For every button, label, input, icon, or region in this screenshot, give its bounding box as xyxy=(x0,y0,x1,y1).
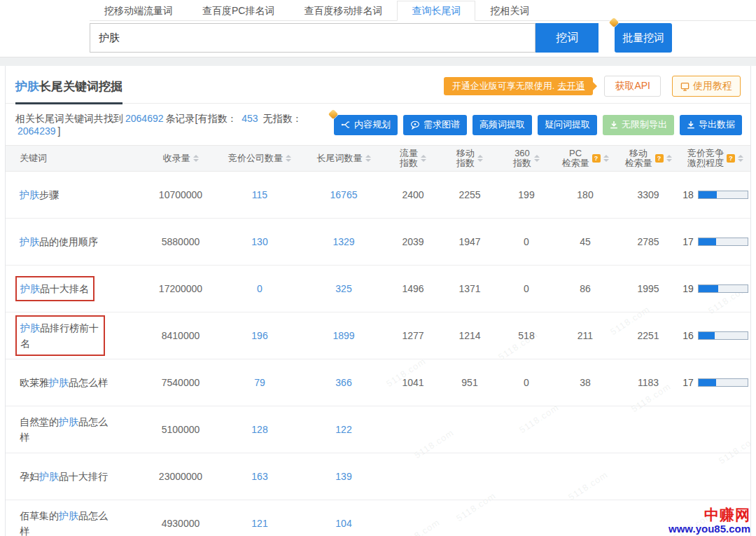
question-extract-button[interactable]: 疑问词提取 xyxy=(538,115,597,135)
site-watermark-url: www.you85.com xyxy=(668,523,750,535)
help-icon[interactable]: ? xyxy=(592,154,601,163)
vip-diamond-icon xyxy=(328,109,338,118)
longtail-count[interactable]: 16765 xyxy=(302,189,385,200)
promo-text: 开通企业版可享无限使用. xyxy=(452,81,555,91)
keyword-link[interactable]: 护肤 xyxy=(59,416,78,427)
col-keyword: 关键词 xyxy=(6,153,144,163)
flow-index: 1277 xyxy=(385,330,441,341)
top-tab-bar: 挖移动端流量词查百度PC排名词查百度移动排名词查询长尾词挖相关词 xyxy=(90,1,756,21)
top-tab[interactable]: 查询长尾词 xyxy=(397,1,475,21)
bid-company-count[interactable]: 115 xyxy=(217,189,302,200)
tutorial-label: 使用教程 xyxy=(693,80,732,92)
flow-index: 2400 xyxy=(385,189,441,200)
col-included: 收录量 xyxy=(144,153,217,163)
360-index: 199 xyxy=(498,189,554,200)
enterprise-promo-banner[interactable]: 开通企业版可享无限使用.去开通 xyxy=(444,77,594,95)
download-icon xyxy=(687,121,695,129)
keyword-table: 关键词 收录量 竞价公司数量 长尾词数量 流量指数 移动指数 360指数 PC检… xyxy=(6,145,750,536)
table-row: 自然堂的护肤品怎么样 5100000 128 122 xyxy=(6,406,750,453)
sort-icon[interactable] xyxy=(534,155,540,162)
mobile-index: 2255 xyxy=(441,189,498,200)
col-flow-index: 流量指数 xyxy=(385,149,441,168)
bid-company-count[interactable]: 130 xyxy=(217,236,302,247)
mobile-search-volume: 1183 xyxy=(616,377,680,388)
bid-company-count[interactable]: 0 xyxy=(217,283,302,294)
keyword-link[interactable]: 护肤 xyxy=(39,471,59,482)
360-index: 0 xyxy=(498,236,554,247)
longtail-count[interactable]: 104 xyxy=(302,518,385,529)
dig-words-button[interactable]: 挖词 xyxy=(536,23,598,53)
bid-company-count[interactable]: 196 xyxy=(217,330,302,341)
without-index-count: 2064239 xyxy=(18,125,56,137)
sort-icon[interactable] xyxy=(193,155,199,162)
pc-search-volume: 211 xyxy=(554,330,616,341)
included-count: 10700000 xyxy=(144,189,217,200)
col-pc-search: PC检索量 ? xyxy=(554,149,616,168)
batch-dig-label: 批量挖词 xyxy=(622,32,664,43)
col-mobile-index: 移动指数 xyxy=(441,149,498,168)
included-count: 17200000 xyxy=(144,283,217,294)
mobile-search-volume: 1995 xyxy=(616,283,680,294)
sort-icon[interactable] xyxy=(365,155,371,162)
bid-company-count[interactable]: 79 xyxy=(217,377,302,388)
keyword-link[interactable]: 护肤 xyxy=(49,377,69,388)
top-tab[interactable]: 查百度PC排名词 xyxy=(188,1,289,21)
promo-upgrade-link[interactable]: 去开通 xyxy=(557,81,584,91)
longtail-count[interactable]: 139 xyxy=(302,471,385,482)
table-row: 欧莱雅护肤品怎么样 7540000 79 366 1041 951 0 38 1… xyxy=(6,359,750,406)
export-data-button[interactable]: 导出数据 xyxy=(680,115,742,135)
keyword-cell: 佰草集的护肤品怎么样 xyxy=(6,508,144,536)
included-count: 7540000 xyxy=(144,377,217,388)
top-tab[interactable]: 查百度移动排名词 xyxy=(289,1,397,21)
result-summary: 相关长尾词关键词共找到2064692条记录[有指数： 453 无指数： 2064… xyxy=(15,113,328,137)
sort-icon[interactable] xyxy=(477,155,483,162)
flow-index: 2039 xyxy=(385,236,441,247)
keyword-search-input[interactable] xyxy=(90,23,536,53)
sort-icon[interactable] xyxy=(603,155,609,162)
bid-company-count[interactable]: 128 xyxy=(217,424,302,435)
keyword-link[interactable]: 护肤 xyxy=(20,283,40,294)
get-api-button[interactable]: 获取API xyxy=(604,76,661,97)
with-index-count: 453 xyxy=(241,113,258,124)
bid-company-count[interactable]: 121 xyxy=(217,518,302,529)
help-icon[interactable]: ? xyxy=(727,154,735,163)
keyword-cell: 孕妇护肤品十大排行 xyxy=(6,469,144,484)
keyword-link[interactable]: 护肤 xyxy=(20,189,39,200)
unlimited-export-button[interactable]: 无限制导出 xyxy=(603,115,674,135)
sort-icon[interactable] xyxy=(421,155,426,162)
batch-dig-button[interactable]: 批量挖词 xyxy=(615,23,672,53)
keyword-link[interactable]: 护肤 xyxy=(20,236,39,247)
keyword-cell: 护肤品排行榜前十名 xyxy=(6,321,144,350)
included-count: 8410000 xyxy=(144,330,217,341)
compete-cell: 16 xyxy=(680,330,750,341)
longtail-count[interactable]: 366 xyxy=(302,377,385,388)
included-count: 5100000 xyxy=(144,424,217,435)
mobile-search-volume: 2785 xyxy=(616,236,680,247)
compete-bar: 19 xyxy=(682,283,748,294)
keyword-link[interactable]: 护肤 xyxy=(59,510,78,521)
high-freq-extract-button[interactable]: 高频词提取 xyxy=(472,115,532,135)
demand-map-button[interactable]: 需求图谱 xyxy=(403,115,467,135)
bid-company-count[interactable]: 163 xyxy=(217,471,302,482)
mobile-index: 951 xyxy=(441,377,498,388)
longtail-count[interactable]: 1899 xyxy=(302,330,385,341)
keyword-link[interactable]: 护肤 xyxy=(20,322,40,334)
longtail-count[interactable]: 122 xyxy=(302,424,385,435)
top-tab[interactable]: 挖相关词 xyxy=(475,1,544,21)
col-compete: 竞价竞争激烈程度 ? xyxy=(680,149,750,168)
compete-bar: 16 xyxy=(682,330,748,341)
help-icon[interactable]: ? xyxy=(655,154,664,163)
tutorial-button[interactable]: 使用教程 xyxy=(672,76,741,97)
longtail-count[interactable]: 1329 xyxy=(302,236,385,247)
top-tab[interactable]: 挖移动端流量词 xyxy=(90,1,188,21)
sort-icon[interactable] xyxy=(738,155,743,162)
compete-cell: 17 xyxy=(680,377,750,388)
separator-band xyxy=(0,57,756,66)
longtail-count[interactable]: 325 xyxy=(302,283,385,294)
content-plan-button[interactable]: 内容规划 xyxy=(334,115,398,135)
sort-icon[interactable] xyxy=(286,155,291,162)
table-row: 护肤品排行榜前十名 8410000 196 1899 1277 1214 518… xyxy=(6,312,750,359)
sort-icon[interactable] xyxy=(666,155,672,162)
flow-index: 1041 xyxy=(385,377,441,388)
mobile-index: 1371 xyxy=(441,283,498,294)
